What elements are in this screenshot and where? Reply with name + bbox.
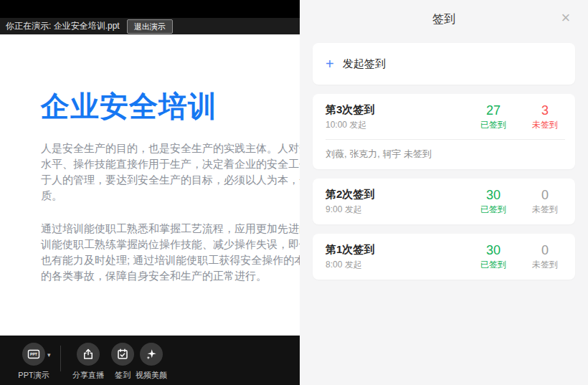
unsigned-count: 0 xyxy=(525,188,565,202)
unsigned-names-note: 刘薇, 张克力, 轲宇 未签到 xyxy=(326,139,565,160)
share-live-icon xyxy=(77,343,100,366)
check-in-panel-header: 签到 × xyxy=(300,0,588,39)
slide-text-line: 通过培训能使职工熟悉和掌握工艺流程，应用更加先进的 xyxy=(41,221,300,237)
session-info: 第3次签到 10:00 发起 xyxy=(326,103,473,130)
close-icon[interactable]: × xyxy=(555,7,577,29)
unsigned-count-stat: 3 未签到 xyxy=(525,103,565,130)
signed-count-stat: 30 已签到 xyxy=(473,243,513,270)
session-name: 第2次签到 xyxy=(326,188,473,201)
signed-count: 27 xyxy=(473,103,513,118)
check-in-label: 签到 xyxy=(115,370,131,381)
session-row: 第1次签到 8:00 发起 30 已签到 0 未签到 xyxy=(326,243,565,270)
slide-text-line: 人是安全生产的目的，也是安全生产的实践主体。人对安 xyxy=(41,141,300,156)
slide-text-line: 于人的管理，要达到安全生产的目标，必须以人为本，全 xyxy=(41,172,300,188)
check-in-session-card-2[interactable]: 第2次签到 9:00 发起 30 已签到 0 未签到 xyxy=(313,179,575,224)
check-in-panel: 签到 × + 发起签到 第3次签到 10:00 发起 27 已签到 xyxy=(300,0,588,385)
slide-paragraph-2: 通过培训能使职工熟悉和掌握工艺流程，应用更加先进的 训能使职工熟练掌握岗位操作技… xyxy=(41,221,300,284)
svg-text:PPT: PPT xyxy=(30,352,38,356)
panel-title: 签到 xyxy=(432,12,455,27)
plus-icon: + xyxy=(326,57,334,71)
session-row: 第2次签到 9:00 发起 30 已签到 0 未签到 xyxy=(326,188,565,215)
session-time: 8:00 发起 xyxy=(326,259,473,270)
signed-count-stat: 30 已签到 xyxy=(473,188,513,215)
unsigned-label: 未签到 xyxy=(525,119,565,130)
slide-text-line: 水平、操作技能直接作用于生产，决定着企业的安全工作 xyxy=(41,156,300,172)
session-row: 第3次签到 10:00 发起 27 已签到 3 未签到 xyxy=(326,103,565,130)
session-name: 第3次签到 xyxy=(326,103,473,116)
start-check-in-label: 发起签到 xyxy=(343,57,386,71)
unsigned-count-stat: 0 未签到 xyxy=(525,243,565,270)
meeting-app-window: 你正在演示: 企业安全培训.ppt 退出演示 企业安全培训 人是安全生产的目的，… xyxy=(0,0,588,385)
unsigned-count: 0 xyxy=(525,243,565,257)
ppt-options-caret-icon[interactable]: ▾ xyxy=(47,351,51,358)
presentation-stage: 你正在演示: 企业安全培训.ppt 退出演示 企业安全培训 人是安全生产的目的，… xyxy=(0,0,300,385)
ppt-present-button[interactable]: PPT PPT演示 xyxy=(11,343,56,381)
check-in-panel-body: + 发起签到 第3次签到 10:00 发起 27 已签到 3 未签到 xyxy=(300,39,588,280)
ppt-present-label: PPT演示 xyxy=(18,370,49,381)
slide-text-line: 也有能力及时处理; 通过培训能使职工获得安全操作的本 xyxy=(41,252,300,268)
session-time: 10:00 发起 xyxy=(326,119,473,130)
signed-label: 已签到 xyxy=(473,259,513,270)
slide-text-line: 的各类事故，保障自身安全和生产的正常进行。 xyxy=(41,268,300,284)
session-time: 9:00 发起 xyxy=(326,204,473,215)
share-live-label: 分享直播 xyxy=(72,370,104,381)
session-name: 第1次签到 xyxy=(326,243,473,256)
session-info: 第2次签到 9:00 发起 xyxy=(326,188,473,215)
check-in-session-card-3[interactable]: 第3次签到 10:00 发起 27 已签到 3 未签到 刘薇, 张克力, 轲宇 … xyxy=(313,94,575,169)
slide-text-line: 质。 xyxy=(41,188,300,204)
unsigned-count: 3 xyxy=(525,103,565,118)
slide-paragraph-1: 人是安全生产的目的，也是安全生产的实践主体。人对安 水平、操作技能直接作用于生产… xyxy=(41,141,300,204)
slide-text-line: 训能使职工熟练掌握岗位操作技能、减少操作失误，即使 xyxy=(41,237,300,252)
signed-count: 30 xyxy=(473,243,513,257)
start-check-in-button[interactable]: + 发起签到 xyxy=(313,43,575,85)
check-in-session-card-1[interactable]: 第1次签到 8:00 发起 30 已签到 0 未签到 xyxy=(313,234,575,280)
video-beauty-label: 视频美颜 xyxy=(136,370,167,381)
video-beauty-button[interactable]: 视频美颜 xyxy=(129,343,174,381)
unsigned-label: 未签到 xyxy=(525,259,565,270)
ppt-badge-icon: PPT xyxy=(22,343,45,366)
sparkle-icon xyxy=(140,343,163,366)
toolbar-divider xyxy=(60,346,61,371)
signed-label: 已签到 xyxy=(473,204,513,215)
unsigned-count-stat: 0 未签到 xyxy=(525,188,565,215)
bottom-toolbar: PPT PPT演示 ▾ 分享直播 xyxy=(0,336,300,385)
slide-canvas: 企业安全培训 人是安全生产的目的，也是安全生产的实践主体。人对安 水平、操作技能… xyxy=(0,34,300,336)
signed-label: 已签到 xyxy=(473,119,513,130)
session-info: 第1次签到 8:00 发起 xyxy=(326,243,473,270)
signed-count: 30 xyxy=(473,188,513,202)
presenting-status-bar: 你正在演示: 企业安全培训.ppt 退出演示 xyxy=(0,18,300,34)
exit-presentation-button[interactable]: 退出演示 xyxy=(127,19,173,34)
slide-title: 企业安全培训 xyxy=(41,90,300,122)
presenting-status-label: 你正在演示: 企业安全培训.ppt xyxy=(6,20,120,32)
unsigned-label: 未签到 xyxy=(525,204,565,215)
signed-count-stat: 27 已签到 xyxy=(473,103,513,130)
